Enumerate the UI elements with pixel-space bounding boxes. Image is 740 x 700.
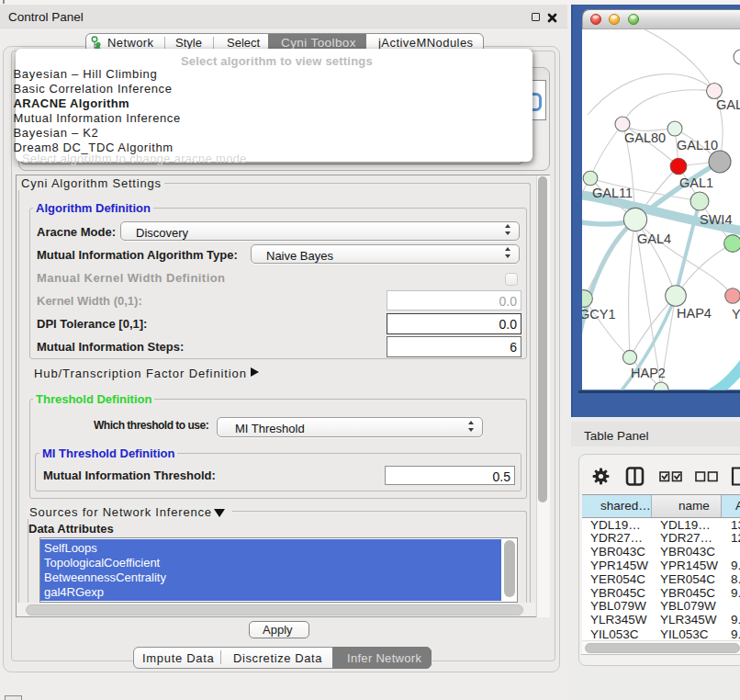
svg-text:HAP4: HAP4 [677,306,712,321]
svg-text:GCY1: GCY1 [582,307,616,322]
svg-text:YJ: YJ [732,307,740,322]
svg-text:GAL10: GAL10 [677,138,718,152]
svg-text:GAL2: GAL2 [716,97,740,112]
svg-text:SWI4: SWI4 [700,212,732,227]
svg-text:GAL1: GAL1 [679,175,713,190]
svg-text:GAL4: GAL4 [637,231,671,246]
svg-text:GAL80: GAL80 [624,130,666,145]
svg-text:HAP2: HAP2 [631,366,666,380]
svg-text:GAL11: GAL11 [592,186,633,200]
